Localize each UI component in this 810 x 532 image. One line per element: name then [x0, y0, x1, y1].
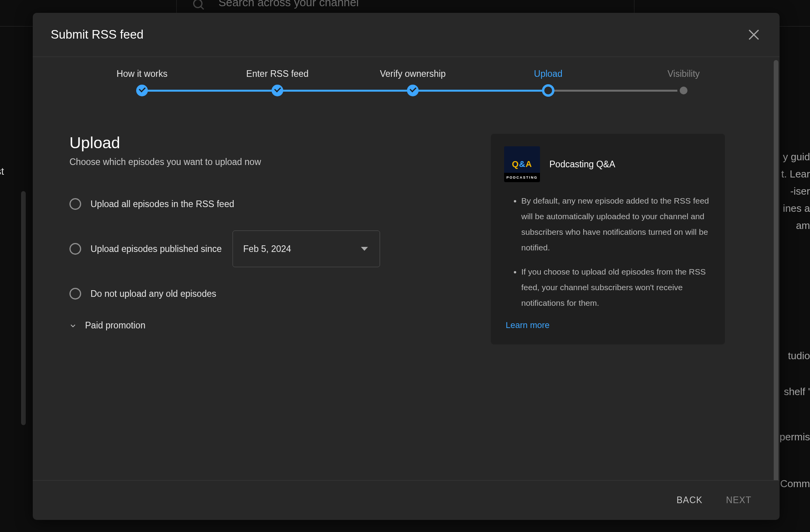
step-verify-ownership[interactable]: Verify ownership [362, 69, 464, 79]
info-list: By default, any new episode added to the… [504, 193, 712, 311]
modal-footer: BACK NEXT [33, 480, 780, 520]
chevron-down-icon [69, 322, 76, 329]
step-enter-rss[interactable]: Enter RSS feed [227, 69, 328, 79]
step-visibility: Visibility [633, 69, 734, 79]
learn-more-link[interactable]: Learn more [506, 320, 712, 330]
step-upload[interactable]: Upload [497, 69, 599, 79]
modal-title: Submit RSS feed [51, 28, 144, 42]
stepper-line-fill [142, 90, 548, 92]
page-subheading: Choose which episodes you want to upload… [69, 157, 467, 167]
radio-upload-since[interactable] [69, 243, 81, 255]
step-how-it-works[interactable]: How it works [91, 69, 193, 79]
radio-label-upload-since: Upload episodes published since [91, 244, 222, 254]
search-icon [192, 0, 206, 12]
modal-header: Submit RSS feed [33, 13, 780, 57]
background-sidebar [0, 27, 23, 532]
info-bullet-1: By default, any new episode added to the… [521, 193, 712, 255]
upload-form: Upload Choose which episodes you want to… [69, 134, 467, 344]
paid-promotion-expander[interactable]: Paid promotion [69, 320, 467, 331]
step-dot-4[interactable] [542, 84, 554, 97]
podcast-header: Q&A PODCASTING Podcasting Q&A [504, 146, 712, 182]
search-placeholder: Search across your channel [218, 0, 359, 9]
date-picker[interactable]: Feb 5, 2024 [233, 231, 380, 267]
info-bullet-2: If you choose to upload old episodes fro… [521, 264, 712, 311]
stepper: How it works Enter RSS feed Verify owner… [91, 69, 734, 96]
info-card: Q&A PODCASTING Podcasting Q&A By default… [491, 134, 725, 344]
svg-line-1 [201, 7, 204, 10]
option-upload-none[interactable]: Do not upload any old episodes [69, 284, 467, 304]
close-button[interactable] [747, 28, 761, 42]
radio-label-upload-none: Do not upload any old episodes [91, 289, 216, 299]
background-right-text: y guid t. Lear iser- ines a am tudio ' s… [779, 148, 810, 492]
step-dot-3[interactable] [407, 85, 419, 96]
podcast-title: Podcasting Q&A [549, 159, 615, 170]
back-button[interactable]: BACK [677, 495, 703, 505]
date-value: Feb 5, 2024 [243, 244, 291, 254]
paid-promotion-label: Paid promotion [85, 320, 146, 331]
radio-upload-none[interactable] [69, 288, 81, 300]
background-sidebar-scrollbar[interactable] [21, 191, 26, 425]
modal-scrollbar[interactable] [774, 60, 778, 480]
podcast-artwork: Q&A PODCASTING [504, 146, 540, 182]
radio-upload-all[interactable] [69, 198, 81, 210]
step-dot-2[interactable] [272, 85, 283, 96]
modal-body: How it works Enter RSS feed Verify owner… [33, 57, 780, 480]
option-upload-since[interactable]: Upload episodes published since Feb 5, 2… [69, 231, 467, 267]
svg-point-0 [194, 0, 202, 8]
stepper-track [91, 85, 734, 96]
step-dot-5 [677, 84, 690, 97]
chevron-down-icon [361, 247, 368, 251]
sidebar-fragment-text: st [0, 165, 4, 177]
art-band-text: PODCASTING [506, 176, 538, 179]
submit-rss-modal: Submit RSS feed How it works Enter RSS f… [33, 13, 780, 520]
option-upload-all[interactable]: Upload all episodes in the RSS feed [69, 194, 467, 214]
radio-label-upload-all: Upload all episodes in the RSS feed [91, 199, 234, 209]
next-button[interactable]: NEXT [726, 495, 751, 505]
close-icon [747, 28, 761, 42]
art-amp: & [519, 159, 526, 169]
art-a: A [526, 159, 532, 169]
art-q: Q [512, 159, 519, 169]
step-dot-1[interactable] [136, 85, 148, 96]
content-area: Upload Choose which episodes you want to… [69, 134, 756, 344]
page-heading: Upload [69, 134, 467, 152]
